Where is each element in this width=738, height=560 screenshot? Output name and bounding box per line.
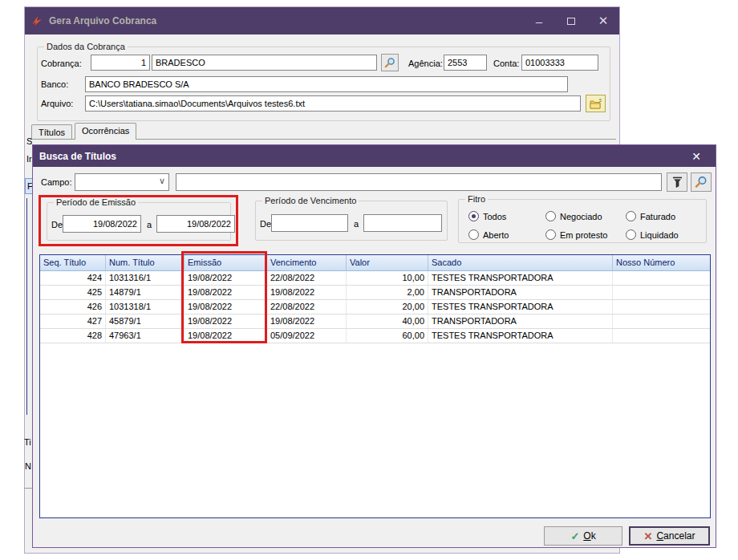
tab-label: Títulos bbox=[39, 128, 65, 137]
close-button[interactable]: ✕ bbox=[587, 7, 619, 34]
radio-label: Todos bbox=[483, 212, 506, 221]
desktop: Gera Arquivo Cobranca – ✕ Dados da Cobra… bbox=[0, 0, 738, 560]
table-cell: 10,00 bbox=[347, 271, 428, 285]
radio-todos[interactable]: Todos bbox=[468, 211, 506, 221]
table-cell bbox=[613, 329, 711, 343]
maximize-icon bbox=[567, 18, 575, 25]
radio-aberto[interactable]: Aberto bbox=[468, 229, 509, 240]
tab-titulos[interactable]: Títulos bbox=[31, 124, 72, 140]
cobranca-search-button[interactable] bbox=[381, 54, 399, 71]
table-row[interactable]: 4261031318/119/08/202222/08/202220,00TES… bbox=[40, 300, 710, 314]
table-row[interactable]: 4241031316/119/08/202222/08/202210,00TES… bbox=[40, 271, 710, 286]
radio-label: Em protesto bbox=[560, 230, 607, 240]
column-header-sacado[interactable]: Sacado bbox=[428, 255, 613, 270]
dialog-titlebar: Busca de Títulos ✕ bbox=[33, 145, 716, 167]
table-cell bbox=[613, 300, 711, 314]
column-header-seq-t-tulo[interactable]: Seq. Título bbox=[40, 255, 106, 270]
table-cell: 19/08/2022 bbox=[184, 286, 267, 299]
agencia-field[interactable] bbox=[444, 55, 487, 71]
table-cell bbox=[613, 286, 711, 299]
de-label: De bbox=[260, 219, 271, 229]
titulos-table: Seq. TítuloNum. TítuloEmissãoVencimentoV… bbox=[39, 254, 711, 518]
radio-negociado[interactable]: Negociado bbox=[545, 211, 602, 221]
table-cell: TESTES TRANSPORTADORA bbox=[428, 271, 613, 285]
agencia-label: Agência: bbox=[408, 59, 443, 68]
svg-text:5: 5 bbox=[599, 99, 602, 103]
radio-em-protesto[interactable]: Em protesto bbox=[545, 229, 607, 240]
radio-circle-icon bbox=[468, 229, 479, 240]
table-cell: TESTES TRANSPORTADORA bbox=[428, 329, 613, 343]
table-cell: TESTES TRANSPORTADORA bbox=[428, 300, 613, 314]
table-cell: 19/08/2022 bbox=[184, 271, 267, 285]
column-header-vencimento[interactable]: Vencimento bbox=[267, 255, 347, 270]
radio-liquidado[interactable]: Liquidado bbox=[626, 229, 679, 240]
column-header-num-t-tulo[interactable]: Num. Título bbox=[106, 255, 184, 270]
table-cell bbox=[613, 314, 711, 328]
vencimento-de-field[interactable] bbox=[271, 214, 348, 232]
folder-icon: 5 bbox=[590, 99, 602, 109]
dialog-title: Busca de Títulos bbox=[39, 151, 116, 162]
table-row[interactable]: 42847963/119/08/202205/09/202260,00TESTE… bbox=[40, 329, 710, 343]
minimize-button[interactable]: – bbox=[523, 7, 555, 34]
column-header-valor[interactable]: Valor bbox=[347, 255, 428, 270]
table-cell: 14879/1 bbox=[106, 286, 184, 299]
dialog-close-button[interactable]: ✕ bbox=[685, 145, 708, 167]
group-title: Dados da Cobrança bbox=[44, 42, 128, 51]
funnel-icon bbox=[672, 177, 683, 188]
column-header-emiss-o[interactable]: Emissão bbox=[184, 255, 267, 270]
arquivo-field[interactable] bbox=[85, 95, 581, 112]
table-cell: 428 bbox=[40, 329, 106, 343]
search-text-input[interactable] bbox=[176, 173, 662, 191]
conta-label: Conta: bbox=[493, 59, 519, 68]
tab-ocorrencias[interactable]: Ocorrências bbox=[75, 123, 136, 140]
maximize-button[interactable] bbox=[555, 7, 587, 34]
search-button[interactable] bbox=[691, 172, 712, 192]
radio-label: Liquidado bbox=[640, 230, 679, 240]
table-cell: 40,00 bbox=[347, 314, 428, 328]
window-controls: – ✕ bbox=[523, 7, 619, 34]
table-cell: 427 bbox=[40, 314, 106, 328]
radio-label: Faturado bbox=[640, 212, 675, 221]
radio-circle-icon bbox=[545, 211, 556, 221]
table-cell: 22/08/2022 bbox=[267, 271, 347, 285]
cobranca-code-field[interactable] bbox=[91, 55, 150, 71]
radio-circle-icon bbox=[468, 211, 479, 221]
radio-circle-icon bbox=[626, 211, 636, 221]
filtro-group: Fitro TodosNegociadoFaturadoAbertoEm pro… bbox=[458, 199, 707, 243]
emissao-de-field[interactable] bbox=[63, 215, 141, 233]
chevron-down-icon: ∨ bbox=[159, 176, 165, 186]
search-icon bbox=[384, 57, 395, 68]
emissao-ate-field[interactable] bbox=[156, 215, 235, 233]
table-cell: 1031318/1 bbox=[106, 300, 184, 314]
radio-label: Aberto bbox=[483, 230, 509, 240]
check-icon: ✓ bbox=[570, 530, 579, 542]
search-icon bbox=[695, 176, 708, 189]
banco-label: Banco: bbox=[41, 79, 68, 89]
table-cell bbox=[613, 271, 711, 285]
a-label: a bbox=[147, 220, 152, 229]
table-header-row: Seq. TítuloNum. TítuloEmissãoVencimentoV… bbox=[40, 255, 710, 271]
filter-button[interactable] bbox=[667, 172, 687, 192]
column-header-nosso-n-mero[interactable]: Nosso Número bbox=[613, 255, 711, 270]
radio-circle-icon bbox=[626, 229, 636, 240]
browse-file-button[interactable]: 5 bbox=[586, 95, 606, 112]
table-row[interactable]: 42745879/119/08/202219/08/202240,00TRANS… bbox=[40, 314, 710, 329]
ok-button[interactable]: ✓ Ok bbox=[544, 526, 622, 546]
table-cell: 22/08/2022 bbox=[267, 300, 347, 314]
clipped-panel-border bbox=[26, 198, 27, 415]
cancel-button[interactable]: ✕ Cancelar bbox=[629, 526, 710, 546]
busca-de-titulos-dialog: Busca de Títulos ✕ Campo: ∨ Período de E… bbox=[32, 144, 716, 548]
table-cell: 19/08/2022 bbox=[184, 329, 267, 343]
vencimento-ate-field[interactable] bbox=[363, 214, 442, 232]
campo-combobox[interactable]: ∨ bbox=[75, 173, 169, 191]
conta-field[interactable] bbox=[521, 55, 598, 71]
banco-field[interactable] bbox=[85, 76, 568, 92]
de-label: De bbox=[51, 220, 63, 229]
x-mark-icon: ✕ bbox=[644, 530, 653, 542]
radio-faturado[interactable]: Faturado bbox=[626, 211, 675, 221]
radio-label: Negociado bbox=[560, 212, 602, 221]
cobranca-name-field[interactable] bbox=[152, 55, 377, 71]
group-title: Período de Emissão bbox=[54, 197, 138, 207]
table-cell: 19/08/2022 bbox=[267, 286, 347, 299]
table-row[interactable]: 42514879/119/08/202219/08/20222,00TRANSP… bbox=[40, 286, 710, 300]
